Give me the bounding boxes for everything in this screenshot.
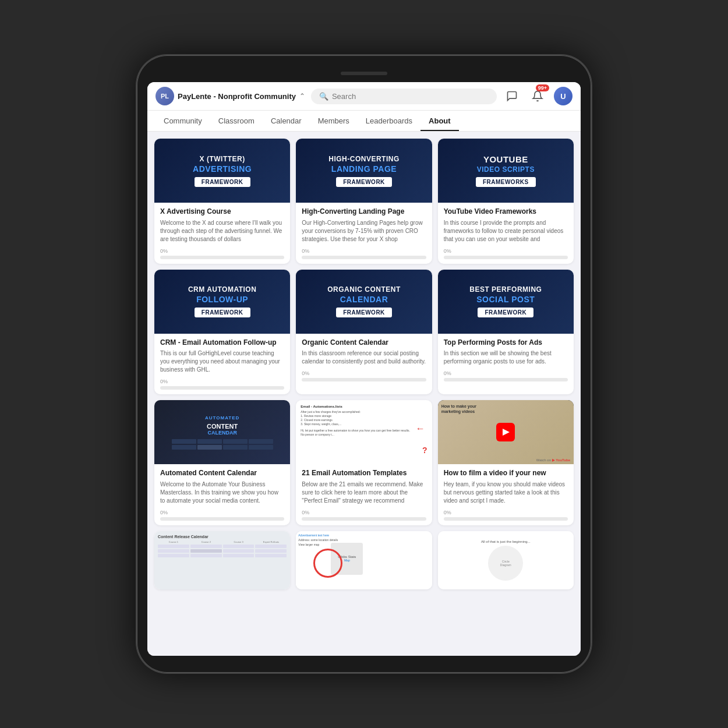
- tab-calendar[interactable]: Calendar: [263, 111, 310, 131]
- course-info-twitter: X Advertising Course Welcome to the X ad…: [154, 203, 290, 264]
- thumb-line1-youtube: YOUTUBE: [483, 154, 528, 164]
- search-icon: 🔍: [319, 92, 328, 101]
- tab-leaderboards[interactable]: Leaderboards: [358, 111, 420, 131]
- content-area[interactable]: X (Twitter) ADVERTISING FRAMEWORK X Adve…: [147, 132, 581, 656]
- progress-label-video: 0%: [444, 510, 568, 515]
- course-title-twitter: X Advertising Course: [160, 207, 284, 217]
- progress-bar-youtube: [444, 256, 568, 259]
- search-bar[interactable]: 🔍: [311, 89, 497, 104]
- progress-bar-social: [444, 378, 568, 381]
- chevron-down-icon: ⌃: [299, 92, 305, 100]
- progress-bar-automated: [160, 517, 284, 521]
- course-desc-organic: In this classroom reference our social p…: [302, 349, 426, 366]
- search-input[interactable]: [332, 92, 489, 101]
- tab-about[interactable]: About: [420, 111, 459, 131]
- course-desc-landing: Our High-Converting Landing Pages help g…: [302, 219, 426, 243]
- progress-label-youtube: 0%: [444, 248, 568, 254]
- tablet-speaker: [341, 72, 387, 75]
- thumb-badge-youtube: FRAMEWORKS: [476, 177, 536, 187]
- top-bar: PL PayLente - Nonprofit Community ⌃ 🔍 99…: [147, 82, 581, 111]
- thumb-line2-landing: LANDING PAGE: [331, 164, 397, 174]
- course-info-youtube: YouTube Video Frameworks In this course …: [438, 203, 574, 264]
- progress-bar-landing: [302, 256, 426, 259]
- tab-classroom[interactable]: Classroom: [210, 111, 263, 131]
- progress-label-social: 0%: [444, 370, 568, 376]
- course-info-social: Top Performing Posts for Ads In this sec…: [438, 334, 574, 387]
- top-bar-icons: 99+ U: [503, 87, 572, 105]
- course-title-social: Top Performing Posts for Ads: [444, 338, 568, 348]
- notifications-button[interactable]: 99+: [528, 87, 547, 105]
- thumb-line2-organic: CALENDAR: [340, 295, 388, 304]
- course-card-video[interactable]: How to make yourmarketing videos Watch o…: [438, 400, 574, 525]
- course-card-partial-3[interactable]: All of that is just the beginning... Cir…: [438, 531, 574, 589]
- course-info-email: 21 Email Automation Templates Below are …: [296, 464, 432, 525]
- nav-tabs: Community Classroom Calendar Members Lea…: [147, 111, 581, 132]
- thumb-line2-social: SOCIAL POST: [476, 295, 535, 304]
- course-info-video: How to film a video if your new Hey team…: [438, 464, 574, 525]
- thumb-line1-crm: CRM AUTOMATION: [188, 285, 256, 294]
- thumb-badge-organic: FRAMEWORK: [336, 308, 392, 317]
- tablet-frame: PL PayLente - Nonprofit Community ⌃ 🔍 99…: [137, 55, 591, 673]
- course-title-crm: CRM - Email Automation Follow-up: [160, 338, 284, 348]
- progress-bar-email: [302, 517, 426, 521]
- progress-bar-twitter: [160, 256, 284, 259]
- course-card-youtube[interactable]: YOUTUBE VIDEO SCRIPTS FRAMEWORKS YouTube…: [438, 139, 574, 264]
- progress-label-automated: 0%: [160, 510, 284, 515]
- user-avatar[interactable]: U: [554, 87, 572, 105]
- course-info-organic: Organic Content Calendar In this classro…: [296, 334, 432, 387]
- course-card-partial-1[interactable]: Content Release Calendar Course 1 Course…: [154, 531, 290, 589]
- tab-members[interactable]: Members: [310, 111, 358, 131]
- tab-community[interactable]: Community: [156, 111, 210, 131]
- course-card-email[interactable]: Email - Automations.lists After just a f…: [296, 400, 432, 525]
- tablet-screen: PL PayLente - Nonprofit Community ⌃ 🔍 99…: [147, 82, 581, 656]
- course-card-landing[interactable]: HIGH-CONVERTING LANDING PAGE FRAMEWORK H…: [296, 139, 432, 264]
- progress-bar-crm: [160, 386, 284, 390]
- course-title-automated: Automated Content Calendar: [160, 469, 284, 478]
- progress-label-organic: 0%: [302, 370, 426, 376]
- thumb-line1-landing: HIGH-CONVERTING: [328, 155, 400, 163]
- thumb-badge-social: FRAMEWORK: [478, 308, 533, 317]
- course-desc-automated: Welcome to the Automate Your Business Ma…: [160, 480, 284, 505]
- course-thumbnail-youtube: YOUTUBE VIDEO SCRIPTS FRAMEWORKS: [438, 139, 574, 203]
- thumb-badge-crm: FRAMEWORK: [195, 308, 250, 317]
- progress-label-landing: 0%: [302, 248, 426, 254]
- course-info-landing: High-Converting Landing Page Our High-Co…: [296, 203, 432, 264]
- course-thumbnail-video: How to make yourmarketing videos Watch o…: [438, 400, 574, 464]
- thumb-line1-organic: ORGANIC CONTENT: [327, 285, 401, 294]
- course-card-social[interactable]: BEST PERFORMING SOCIAL POST FRAMEWORK To…: [438, 270, 574, 395]
- course-card-partial-2[interactable]: Advertisement text here Address: some lo…: [296, 531, 432, 589]
- progress-bar-video: [444, 517, 568, 521]
- thumb-badge-twitter: FRAMEWORK: [195, 177, 250, 187]
- course-title-youtube: YouTube Video Frameworks: [444, 207, 568, 217]
- course-card-crm[interactable]: CRM AUTOMATION FOLLOW-UP FRAMEWORK CRM -…: [154, 270, 290, 395]
- course-desc-crm: This is our full GoHighLevel course teac…: [160, 349, 284, 374]
- course-desc-email: Below are the 21 emails we recommend. Ma…: [302, 480, 426, 505]
- messages-button[interactable]: [503, 87, 521, 105]
- course-thumbnail-landing: HIGH-CONVERTING LANDING PAGE FRAMEWORK: [296, 139, 432, 203]
- community-name: PayLente - Nonprofit Community: [178, 92, 296, 101]
- course-title-landing: High-Converting Landing Page: [302, 207, 426, 217]
- progress-label-email: 0%: [302, 510, 426, 515]
- thumb-line2-crm: FOLLOW-UP: [196, 295, 248, 304]
- course-info-automated: Automated Content Calendar Welcome to th…: [154, 464, 290, 525]
- course-desc-twitter: Welcome to the X ad course where I'll wa…: [160, 219, 284, 243]
- play-button-video[interactable]: [496, 423, 515, 441]
- progress-bar-organic: [302, 378, 426, 381]
- course-thumbnail-crm: CRM AUTOMATION FOLLOW-UP FRAMEWORK: [154, 270, 290, 334]
- course-card-twitter[interactable]: X (Twitter) ADVERTISING FRAMEWORK X Adve…: [154, 139, 290, 264]
- course-desc-social: In this section we will be showing the b…: [444, 349, 568, 366]
- course-thumbnail-organic: ORGANIC CONTENT CALENDAR FRAMEWORK: [296, 270, 432, 334]
- course-thumbnail-social: BEST PERFORMING SOCIAL POST FRAMEWORK: [438, 270, 574, 334]
- course-desc-video: Hey team, if you know you should make vi…: [444, 480, 568, 505]
- course-thumbnail-email: Email - Automations.lists After just a f…: [296, 400, 432, 464]
- course-info-crm: CRM - Email Automation Follow-up This is…: [154, 334, 290, 395]
- notification-badge: 99+: [536, 84, 549, 91]
- course-thumbnail-twitter: X (Twitter) ADVERTISING FRAMEWORK: [154, 139, 290, 203]
- course-title-organic: Organic Content Calendar: [302, 338, 426, 348]
- thumb-line1-social: BEST PERFORMING: [469, 285, 542, 294]
- progress-label-twitter: 0%: [160, 248, 284, 254]
- course-card-organic[interactable]: ORGANIC CONTENT CALENDAR FRAMEWORK Organ…: [296, 270, 432, 395]
- thumb-line2-youtube: VIDEO SCRIPTS: [477, 165, 535, 174]
- course-card-automated[interactable]: AUTOMATED CONTENT CALENDAR: [154, 400, 290, 525]
- community-selector[interactable]: PL PayLente - Nonprofit Community ⌃: [156, 87, 305, 105]
